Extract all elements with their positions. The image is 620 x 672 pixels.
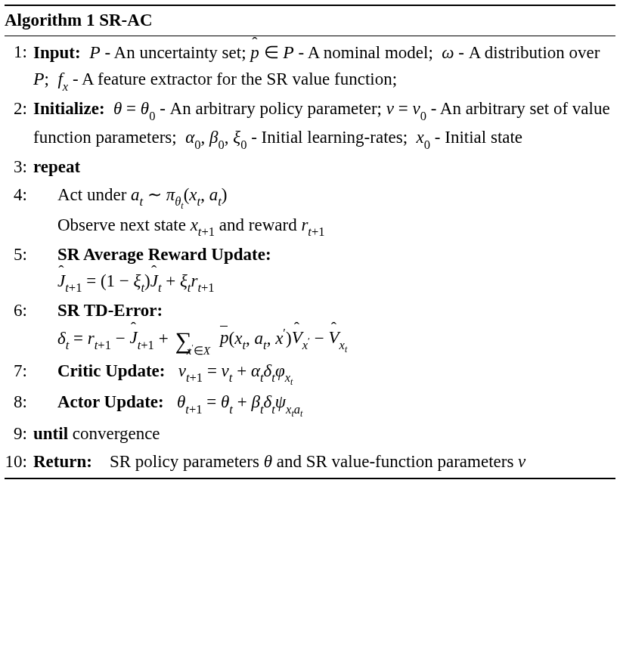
algo-line: 9: until convergence [5,421,615,447]
keyword-critic: Critic Update: [57,361,165,380]
line-content: SR TD-Error: δt = rt+1 − Jt+1 + ∑x′∈X p(… [33,298,615,357]
algorithm-title: SR-AC [99,11,152,29]
line-number: 6: [5,298,33,324]
algo-line: 2: Initialize: θ = θ0 - An arbitrary pol… [5,96,615,153]
line-number: 1: [5,39,33,66]
algorithm-label: Algorithm 1 [5,11,95,29]
algo-line: 6: SR TD-Error: δt = rt+1 − Jt+1 + ∑x′∈X… [5,298,615,357]
keyword-sr-avg: SR Average Reward Update: [57,245,271,264]
line-content: Return: SR policy parameters θ and SR va… [33,449,615,475]
line-content: SR Average Reward Update: Jt+1 = (1 − ξt… [33,242,615,296]
line-number: 5: [5,242,33,268]
algo-line: 4: Act under at ∼ πθt(xt, at) Observe ne… [5,182,615,240]
line-number: 9: [5,421,33,447]
line-content: until convergence [33,421,615,447]
algo-line: 8: Actor Update: θt+1 = θt + βtδtψxtat [5,389,615,420]
sum-operator: ∑x′∈X [175,329,191,357]
algorithm-header: Algorithm 1 SR-AC [5,6,615,36]
keyword-until: until [33,424,68,443]
keyword-input: Input: [33,43,81,62]
keyword-sr-td: SR TD-Error: [57,301,163,320]
line-number: 8: [5,389,33,416]
line-content: Act under at ∼ πθt(xt, at) Observe next … [33,182,615,240]
keyword-repeat: repeat [33,157,80,176]
line-number: 10: [5,449,33,475]
algo-line: 1: Input: P - An uncertainty set; p ∈ P … [5,39,615,95]
keyword-actor: Actor Update: [57,392,164,411]
algo-line: 7: Critic Update: vt+1 = vt + αtδtφxt [5,358,615,389]
line-content: Actor Update: θt+1 = θt + βtδtψxtat [33,389,615,420]
algorithm-body: 1: Input: P - An uncertainty set; p ∈ P … [5,36,615,478]
keyword-return: Return: [33,452,92,471]
line-content: Initialize: θ = θ0 - An arbitrary policy… [33,96,615,153]
algo-line: 10: Return: SR policy parameters θ and S… [5,449,615,475]
line-content: Critic Update: vt+1 = vt + αtδtφxt [33,358,615,389]
algo-line: 3: repeat [5,154,615,181]
line-number: 4: [5,182,33,209]
algorithm-block: Algorithm 1 SR-AC 1: Input: P - An uncer… [5,5,615,479]
line-number: 2: [5,96,33,122]
line-number: 3: [5,154,33,181]
keyword-initialize: Initialize: [33,99,105,118]
algo-line: 5: SR Average Reward Update: Jt+1 = (1 −… [5,242,615,296]
line-number: 7: [5,358,33,385]
until-condition: convergence [73,424,160,443]
line-content: repeat [33,154,615,181]
line-content: Input: P - An uncertainty set; p ∈ P - A… [33,39,615,95]
